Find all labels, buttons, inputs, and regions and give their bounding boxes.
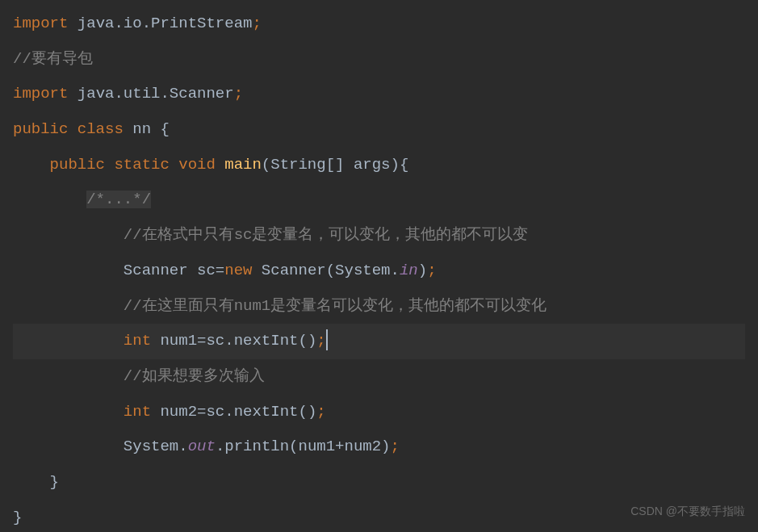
- code-line: //在格式中只有sc是变量名，可以变化，其他的都不可以变: [13, 218, 745, 253]
- keyword-import: import: [13, 85, 68, 103]
- brace-open: {: [160, 120, 169, 138]
- semicolon: ;: [427, 262, 436, 279]
- class-name: nn: [132, 120, 160, 138]
- code-line: }: [13, 465, 745, 501]
- code-text: System.: [124, 438, 188, 455]
- package-path: java.util.Scanner: [68, 85, 233, 103]
- code-line: public class nn {: [13, 112, 745, 148]
- code-text: num2=sc.nextInt(): [151, 403, 316, 421]
- code-line: /*...*/: [13, 182, 745, 218]
- indent: [13, 403, 124, 421]
- indent: [13, 438, 124, 455]
- indent: [13, 156, 50, 174]
- code-line: import java.io.PrintStream;: [13, 6, 745, 42]
- semicolon: ;: [316, 332, 325, 350]
- brace-close: }: [50, 473, 59, 491]
- indent: [13, 473, 50, 491]
- code-line: int num2=sc.nextInt();: [13, 395, 745, 430]
- code-line: //如果想要多次输入: [13, 359, 745, 395]
- code-line: //要有导包: [13, 42, 745, 77]
- code-line: //在这里面只有num1是变量名可以变化，其他的都不可以变化: [13, 289, 745, 325]
- keyword-method: public static void: [50, 156, 225, 174]
- code-line: public static void main(String[] args){: [13, 148, 745, 183]
- keyword-class: public class: [13, 120, 132, 138]
- code-text: Scanner sc=: [124, 262, 224, 279]
- watermark-text: CSDN @不要数手指啦: [630, 498, 745, 524]
- semicolon: ;: [391, 438, 400, 455]
- semicolon: ;: [316, 403, 325, 421]
- comment-line: //要有导包: [13, 50, 93, 68]
- static-field-out: out: [188, 438, 216, 455]
- keyword-new: new: [224, 262, 252, 279]
- comment-block-folded[interactable]: /*...*/: [86, 191, 151, 208]
- keyword-int: int: [124, 403, 151, 421]
- code-text: ): [418, 262, 427, 279]
- package-path: java.io.PrintStream: [68, 15, 252, 32]
- indent: [13, 191, 86, 208]
- code-line: System.out.println(num1+num2);: [13, 429, 745, 465]
- indent: [13, 262, 124, 279]
- indent: [13, 332, 124, 350]
- code-line: Scanner sc=new Scanner(System.in);: [13, 253, 745, 289]
- code-text: Scanner(System.: [252, 262, 399, 279]
- brace-close: }: [13, 509, 22, 526]
- code-editor[interactable]: import java.io.PrintStream; //要有导包 impor…: [13, 6, 745, 532]
- code-line: import java.util.Scanner;: [13, 77, 745, 112]
- indent: [13, 226, 124, 244]
- code-text: .println(num1+num2): [216, 438, 391, 455]
- semicolon: ;: [252, 15, 261, 32]
- keyword-import: import: [13, 15, 68, 32]
- keyword-int: int: [124, 332, 151, 350]
- comment-line: //在格式中只有sc是变量名，可以变化，其他的都不可以变: [124, 226, 529, 244]
- indent: [13, 367, 124, 385]
- semicolon: ;: [234, 85, 243, 103]
- method-params: (String[] args){: [262, 156, 408, 174]
- code-text: num1=sc.nextInt(): [151, 332, 316, 350]
- code-line-current: int num1=sc.nextInt();: [13, 324, 745, 359]
- static-field-in: in: [400, 262, 418, 279]
- indent: [13, 297, 124, 315]
- comment-line: //如果想要多次输入: [124, 367, 265, 385]
- comment-line: //在这里面只有num1是变量名可以变化，其他的都不可以变化: [124, 297, 547, 315]
- method-name: main: [224, 156, 262, 174]
